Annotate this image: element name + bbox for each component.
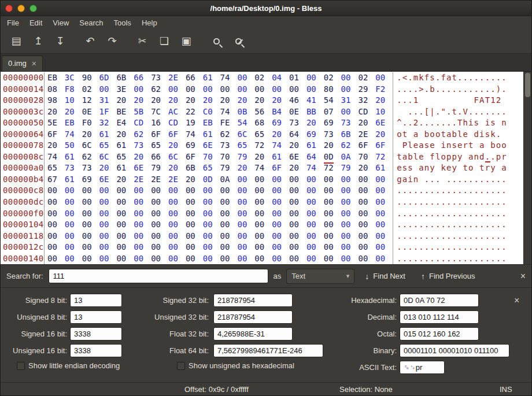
hex-byte[interactable]: 00 [324,253,334,264]
hex-byte[interactable]: 65 [47,162,57,174]
hex-byte[interactable]: 00 [203,253,213,264]
hex-byte[interactable]: 00 [151,242,161,253]
hex-byte[interactable]: 62 [220,129,230,140]
hex-byte[interactable]: 00 [134,185,143,197]
hex-byte[interactable]: 0B [237,106,247,118]
hex-byte[interactable]: 00 [186,219,195,231]
hex-byte[interactable]: 20 [186,174,195,186]
hex-byte[interactable]: 00 [375,253,385,264]
hex-byte[interactable]: 20 [47,106,57,118]
hex-byte[interactable]: 70 [358,151,368,163]
hex-byte[interactable]: 02 [82,84,92,95]
hex-byte[interactable]: 00 [99,231,109,242]
hex-byte[interactable]: 08 [47,84,57,95]
hex-byte[interactable]: 61 [116,162,126,174]
hex-byte[interactable]: 20 [324,140,334,151]
hex-byte[interactable]: 74 [65,129,75,140]
hex-byte[interactable]: 73 [65,162,75,174]
hex-byte[interactable]: 66 [151,151,161,163]
hex-byte[interactable]: 00 [306,84,316,95]
save-button[interactable]: ↧ [50,32,71,50]
hex-byte[interactable]: 00 [254,231,264,242]
hex-byte[interactable]: 00 [237,219,247,231]
hex-byte[interactable]: 00 [65,219,75,231]
hex-byte[interactable]: 20 [116,129,126,140]
hex-byte[interactable]: 00 [47,208,57,220]
hex-byte[interactable]: 73 [151,72,161,84]
hex-byte[interactable]: 00 [272,219,282,231]
hex-byte[interactable]: 3E [116,84,126,95]
hex-byte[interactable]: 00 [306,72,316,84]
hex-byte[interactable]: 00 [237,185,247,197]
hex-byte[interactable]: F8 [65,84,75,95]
hex-byte[interactable]: 00 [134,253,143,264]
hex-byte[interactable]: 61 [272,151,282,163]
hex-byte[interactable]: 65 [99,140,109,151]
vertical-scrollbar[interactable] [523,72,531,264]
hex-byte[interactable]: 6C [168,151,178,163]
hex-byte[interactable]: 00 [203,84,213,95]
hex-byte[interactable]: 00 [341,242,351,253]
hex-byte[interactable]: 00 [65,242,75,253]
hex-byte[interactable]: 00 [47,242,57,253]
ascii-text[interactable]: table floppy and..pr [393,151,508,163]
hex-byte[interactable]: 6E [375,117,385,129]
hex-byte[interactable]: 12 [82,95,92,106]
hex-byte[interactable]: 00 [237,208,247,220]
hex-byte[interactable]: 00 [220,242,230,253]
hex-byte[interactable]: 29 [358,84,368,95]
hex-byte[interactable]: 65 [237,140,247,151]
hex-byte[interactable]: 00 [324,231,334,242]
hex-byte[interactable]: 00 [254,185,264,197]
hex-byte[interactable]: 00 [289,197,299,208]
hex-byte[interactable]: 20 [65,106,75,118]
hex-byte[interactable]: 65 [151,140,161,151]
ascii-text[interactable]: .................... [393,197,508,208]
hex-byte[interactable]: 20 [375,129,385,140]
maximize-button[interactable] [29,5,37,12]
hex-byte[interactable]: 32 [99,117,109,129]
binary-value[interactable]: 00001101 00001010 011100 [400,344,509,357]
hex-byte[interactable]: 00 [82,242,92,253]
hex-byte[interactable]: 6E [289,151,299,163]
hex-byte[interactable]: 67 [47,174,57,186]
hex-byte[interactable]: 20 [47,140,57,151]
hex-byte[interactable]: 2E [168,174,178,186]
hex-byte[interactable]: 00 [341,219,351,231]
hex-byte[interactable]: 00 [168,84,178,95]
hex-byte[interactable]: 73 [324,129,334,140]
hex-byte[interactable]: 00 [220,185,230,197]
hex-byte[interactable]: 00 [254,197,264,208]
hex-byte[interactable]: 20 [134,151,143,163]
menu-help[interactable]: Help [136,17,162,29]
hex-byte[interactable]: 00 [220,253,230,264]
hex-byte[interactable]: 00 [186,231,195,242]
hex-byte[interactable]: 00 [168,253,178,264]
hex-byte[interactable]: 00 [186,242,195,253]
hex-byte[interactable]: 69 [186,140,195,151]
hex-byte[interactable]: 62 [151,84,161,95]
hex-byte[interactable]: 73 [341,117,351,129]
hex-byte[interactable]: 79 [237,151,247,163]
hex-byte[interactable]: CD [134,117,143,129]
hex-byte[interactable]: 6F [168,129,178,140]
title-bar[interactable]: /home/ra/Desktop/0.img - Bless [1,1,531,16]
ascii-text[interactable]: ot a bootable disk. [393,129,508,140]
hex-byte[interactable]: 80 [324,84,334,95]
hex-byte[interactable]: 00 [306,231,316,242]
hex-byte[interactable]: 73 [134,140,143,151]
paste-button[interactable]: ▣ [176,32,197,50]
hex-byte[interactable]: 00 [375,231,385,242]
hex-byte[interactable]: 70 [220,151,230,163]
hex-byte[interactable]: 00 [65,208,75,220]
hex-byte[interactable]: 00 [65,253,75,264]
ascii-text[interactable]: Please insert a boo [393,140,508,151]
hex-byte[interactable]: 00 [116,231,126,242]
hex-byte[interactable]: 00 [65,231,75,242]
hex-byte[interactable]: 2E [151,174,161,186]
hex-byte[interactable]: 79 [220,162,230,174]
hex-byte[interactable]: 00 [289,174,299,186]
hex-byte[interactable]: 32 [358,95,368,106]
hex-byte[interactable]: 00 [237,197,247,208]
hex-byte[interactable]: 20 [168,162,178,174]
